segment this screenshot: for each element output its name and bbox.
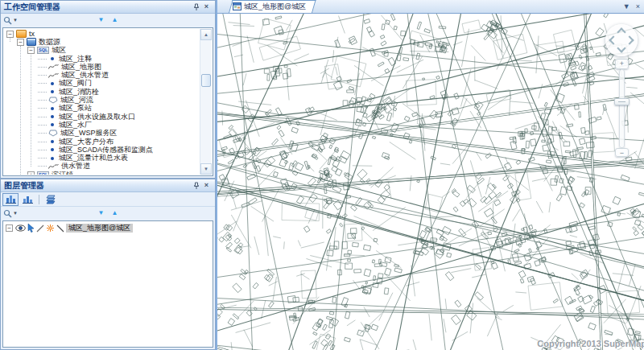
layer-legend-view-button[interactable] bbox=[2, 193, 19, 206]
collapse-toggle-icon[interactable]: − bbox=[6, 224, 13, 232]
layer-list-view-button[interactable] bbox=[19, 193, 35, 206]
tree-item-chengqu-famen[interactable]: 城区_阀门 bbox=[4, 80, 199, 88]
tree-branch bbox=[38, 117, 47, 117]
tree-guide-line bbox=[31, 55, 31, 167]
zoom-in-button[interactable]: + bbox=[615, 59, 629, 69]
tree-item-chengqu-gongshui-guandao[interactable]: 城区_供水管道 bbox=[4, 71, 199, 79]
line-dataset-icon bbox=[48, 163, 59, 170]
workspace-manager-panel: 工作空间管理器 × ▼ ▼ ▲ −tx−数据源−SQL城区城区_注释城区_地形图… bbox=[0, 0, 216, 179]
expand-toggle-icon[interactable]: − bbox=[6, 31, 14, 38]
workspace-tree-scrollbar[interactable]: ▲ ▼ bbox=[200, 29, 212, 175]
tree-branch bbox=[38, 59, 47, 60]
layer-line-symbol-icon[interactable] bbox=[56, 224, 64, 233]
pin-icon[interactable] bbox=[191, 181, 201, 191]
tree-guide-line bbox=[10, 38, 10, 42]
point-dataset-icon bbox=[51, 82, 54, 85]
tree-item-gongshui-guandao[interactable]: 供水管道 bbox=[4, 163, 199, 171]
map-view-area: 城区_地形图@城区 ▼ × + − Copyright 2013 SuperMa… bbox=[216, 0, 644, 350]
scroll-up-icon[interactable]: ▲ bbox=[200, 29, 212, 40]
copyright-watermark: Copyright 2013 SuperMap bbox=[537, 339, 644, 348]
point-dataset-icon bbox=[51, 115, 54, 118]
layer-row[interactable]: − 城区_地形图@城区 bbox=[3, 223, 213, 233]
pan-left-icon[interactable] bbox=[609, 35, 617, 44]
layer-panel-titlebar[interactable]: 图层管理器 × bbox=[1, 179, 215, 192]
workspace-search-row: ▼ ▼ ▲ bbox=[1, 14, 215, 27]
pan-up-icon[interactable] bbox=[617, 27, 625, 36]
tree-branch bbox=[38, 92, 47, 93]
map-canvas[interactable] bbox=[217, 14, 644, 350]
sql-datasource-icon: SQL bbox=[37, 171, 49, 175]
layers-stack-icon bbox=[45, 195, 57, 204]
close-icon[interactable]: × bbox=[201, 2, 212, 12]
workspace-tree[interactable]: −tx−数据源−SQL城区城区_注释城区_地形图城区_供水管道城区_阀门城区_消… bbox=[4, 30, 199, 175]
layer-editable-icon[interactable] bbox=[36, 224, 44, 233]
search-icon bbox=[3, 209, 12, 218]
expand-toggle-icon[interactable]: + bbox=[27, 171, 35, 175]
tree-guide-line bbox=[20, 46, 21, 175]
tree-item-chengqu-heliu[interactable]: 城区_河流 bbox=[4, 96, 199, 104]
locate-down-arrow-button[interactable]: ▼ bbox=[98, 17, 105, 23]
search-icon bbox=[3, 16, 12, 25]
pan-compass-control[interactable] bbox=[605, 24, 638, 56]
pan-down-icon[interactable] bbox=[617, 43, 625, 52]
datasources-icon bbox=[27, 38, 36, 46]
zoom-out-button[interactable]: − bbox=[615, 148, 629, 157]
chevron-down-icon: ▼ bbox=[13, 18, 18, 23]
layer-selectable-cursor-icon[interactable] bbox=[27, 224, 35, 233]
layer-snapable-icon[interactable] bbox=[46, 224, 55, 233]
zoom-slider-track[interactable] bbox=[619, 69, 625, 148]
tree-branch bbox=[38, 83, 47, 84]
zoom-slider-handle[interactable] bbox=[614, 98, 630, 105]
map-tab-bar: 城区_地形图@城区 ▼ × bbox=[217, 0, 644, 14]
tree-branch bbox=[38, 158, 47, 159]
region-dataset-icon bbox=[48, 130, 58, 137]
layer-name-label[interactable]: 城区_地形图@城区 bbox=[66, 224, 133, 233]
bar-layers-icon bbox=[6, 195, 16, 204]
point-dataset-icon bbox=[51, 157, 54, 160]
tree-item-binjiangzhen[interactable]: +SQL滨江镇 bbox=[4, 171, 199, 175]
tree-branch bbox=[38, 75, 47, 76]
scrollbar-thumb[interactable] bbox=[201, 74, 211, 87]
tree-branch bbox=[38, 125, 47, 126]
workspace-panel-title: 工作空间管理器 bbox=[4, 2, 60, 13]
workspace-panel-titlebar[interactable]: 工作空间管理器 × bbox=[1, 1, 215, 14]
tree-item-chengqu-gongshuisheshi[interactable]: 城区_供水设施及取水口 bbox=[4, 113, 199, 121]
close-icon[interactable]: × bbox=[201, 181, 212, 191]
layer-manager-panel: 图层管理器 × bbox=[0, 179, 216, 350]
line-dataset-icon bbox=[48, 64, 59, 70]
point-dataset-icon bbox=[51, 107, 54, 110]
search-dropdown-button[interactable]: ▼ bbox=[3, 16, 18, 25]
layer-panel-title: 图层管理器 bbox=[4, 180, 44, 191]
search-dropdown-button[interactable]: ▼ bbox=[3, 209, 18, 218]
region-dataset-icon bbox=[48, 97, 58, 104]
tree-branch bbox=[38, 133, 47, 134]
tree-item-chengqu-xiaofangshuan[interactable]: 城区_消防栓 bbox=[4, 88, 199, 96]
layers-stack-button[interactable] bbox=[43, 193, 59, 206]
application-window: 工作空间管理器 × ▼ ▼ ▲ −tx−数据源−SQL城区城区_注释城区_地形图… bbox=[0, 0, 644, 350]
expand-toggle-icon[interactable]: − bbox=[27, 47, 35, 54]
locate-up-arrow-button[interactable]: ▲ bbox=[112, 17, 118, 23]
chevron-down-icon: ▼ bbox=[13, 211, 18, 216]
layer-search-row: ▼ ▼ ▲ bbox=[1, 207, 215, 220]
locate-down-arrow-button[interactable]: ▼ bbox=[98, 210, 105, 216]
layer-visible-eye-icon[interactable] bbox=[15, 224, 26, 232]
map-tab[interactable]: 城区_地形图@城区 bbox=[229, 0, 312, 13]
expand-toggle-icon[interactable]: − bbox=[17, 39, 24, 46]
workspace-tree-container: −tx−数据源−SQL城区城区_注释城区_地形图城区_供水管道城区_阀门城区_消… bbox=[2, 27, 213, 176]
tab-list-dropdown-icon[interactable]: ▼ bbox=[623, 2, 630, 11]
tree-item-chengqu[interactable]: −SQL城区 bbox=[4, 47, 199, 55]
tree-branch bbox=[38, 100, 47, 101]
pan-right-icon[interactable] bbox=[625, 35, 634, 44]
tab-close-icon[interactable]: × bbox=[636, 2, 640, 11]
tree-item-tx[interactable]: −tx bbox=[4, 30, 199, 38]
pin-icon[interactable] bbox=[191, 2, 201, 12]
locate-up-arrow-button[interactable]: ▲ bbox=[112, 210, 118, 216]
point-dataset-icon bbox=[51, 148, 54, 151]
tree-item-chengqu-liuliangji[interactable]: 城区_流量计和总水表 bbox=[4, 154, 199, 162]
layer-panel-toolbar bbox=[1, 192, 215, 207]
point-dataset-icon bbox=[51, 140, 54, 143]
point-dataset-icon bbox=[51, 123, 54, 126]
tree-branch bbox=[38, 150, 47, 150]
tree-item-datasources[interactable]: −数据源 bbox=[4, 38, 199, 46]
scroll-down-icon[interactable]: ▼ bbox=[200, 163, 212, 175]
